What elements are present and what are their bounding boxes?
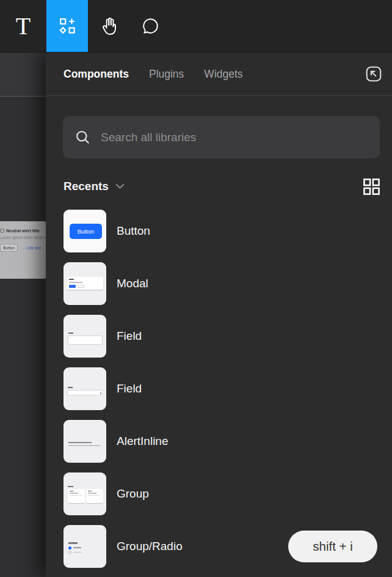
- search-input[interactable]: [101, 131, 368, 144]
- hand-tool-button[interactable]: [88, 0, 129, 52]
- thumb-field-input: [68, 336, 103, 345]
- thumb-button-preview: Button: [70, 224, 102, 239]
- popout-arrow-icon: [365, 65, 383, 83]
- section-header: Recents: [46, 177, 392, 196]
- alert-link: → Link text: [21, 246, 42, 250]
- thumb-radio-selected: [68, 546, 71, 549]
- component-list-item[interactable]: Field: [64, 315, 392, 358]
- component-thumbnail: [64, 525, 106, 568]
- search-icon: [74, 129, 91, 145]
- component-list: Button Button Modal Field: [46, 210, 392, 577]
- comment-bubble-icon: [141, 17, 160, 35]
- search-box: [63, 116, 380, 158]
- hand-icon: [100, 17, 118, 35]
- tab-plugins[interactable]: Plugins: [149, 68, 184, 81]
- panel-header: Components Plugins Widgets: [46, 53, 392, 96]
- thumb-radio-unselected: [68, 551, 71, 554]
- component-thumbnail: [64, 420, 106, 463]
- component-label: AlertInline: [117, 435, 169, 448]
- alert-body: Lorem ipsum dolor amet consect: [0, 235, 43, 240]
- alert-info-icon: [0, 229, 4, 233]
- component-thumbnail: [64, 315, 106, 358]
- component-list-item[interactable]: Field: [64, 367, 392, 410]
- components-icon: [58, 17, 77, 35]
- popout-panel-button[interactable]: [364, 64, 383, 84]
- component-list-item[interactable]: Group: [64, 472, 392, 515]
- component-thumbnail: [64, 367, 106, 410]
- alert-title: Neutral alert title: [6, 229, 40, 233]
- component-label: Modal: [117, 277, 148, 290]
- panel-tabs: Components Plugins Widgets: [64, 68, 364, 81]
- keyboard-shortcut-hint: shift + i: [288, 531, 377, 562]
- thumb-radio-group-label: [68, 542, 78, 544]
- component-label: Group: [117, 487, 149, 501]
- canvas-alert-component: Neutral alert title Lorem ipsum dolor am…: [0, 221, 46, 279]
- thumb-alert-line: [68, 445, 100, 446]
- grid-view-button[interactable]: [363, 178, 380, 196]
- thumb-field-label: [68, 387, 73, 388]
- canvas-frame-region: [0, 53, 46, 96]
- thumb-alert-line: [68, 442, 92, 443]
- tab-widgets[interactable]: Widgets: [204, 68, 242, 81]
- thumb-group-card: [86, 489, 103, 503]
- component-list-item[interactable]: Modal: [64, 262, 392, 305]
- component-label: Group/Radio: [117, 540, 183, 553]
- thumb-modal-preview: [67, 277, 103, 290]
- thumb-caret: [100, 392, 102, 394]
- tab-components[interactable]: Components: [64, 68, 129, 81]
- canvas-frame-edge: [0, 96, 46, 97]
- component-thumbnail: Button: [64, 210, 106, 252]
- chevron-down-icon[interactable]: [115, 183, 125, 189]
- text-tool-icon: T: [16, 14, 31, 39]
- thumb-radio-text: [73, 552, 81, 553]
- thumb-field-label: [68, 333, 73, 334]
- component-list-item[interactable]: Button Button: [64, 210, 392, 252]
- component-label: Field: [117, 329, 142, 343]
- canvas-area[interactable]: Neutral alert title Lorem ipsum dolor am…: [0, 53, 46, 577]
- component-thumbnail: [64, 262, 106, 305]
- thumb-group-label: [68, 486, 73, 487]
- alert-button: Button: [0, 244, 18, 252]
- components-tool-button[interactable]: [46, 0, 88, 52]
- component-thumbnail: [64, 472, 106, 515]
- comments-tool-button[interactable]: [129, 0, 171, 52]
- recents-dropdown[interactable]: Recents: [64, 180, 109, 193]
- component-list-item[interactable]: AlertInline: [64, 420, 392, 463]
- toolbar: T: [0, 0, 392, 53]
- components-panel: Components Plugins Widgets Recents: [46, 53, 392, 577]
- thumb-field-input: [67, 390, 103, 395]
- thumb-group-card: [68, 489, 85, 503]
- text-tool-button[interactable]: T: [0, 0, 46, 52]
- component-label: Button: [117, 224, 150, 238]
- component-label: Field: [117, 382, 142, 395]
- thumb-radio-text: [73, 547, 81, 548]
